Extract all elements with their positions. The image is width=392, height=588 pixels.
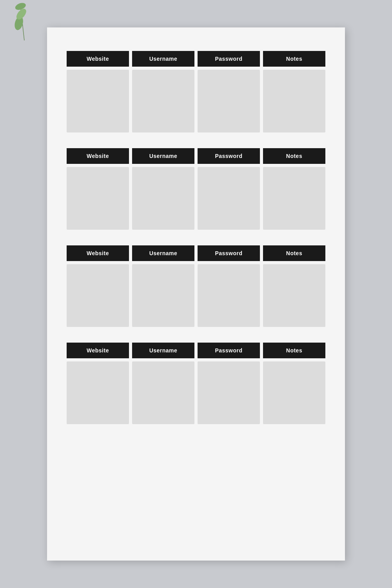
password-table-3: Website Username Password Notes	[67, 245, 325, 327]
table-3-header: Website Username Password Notes	[67, 245, 325, 261]
table-2-col-website: Website	[67, 148, 129, 164]
table-4-body	[67, 361, 325, 424]
table-2-col-password: Password	[198, 148, 260, 164]
table-4-notes-cell[interactable]	[263, 361, 325, 424]
paper: Website Username Password Notes Website …	[47, 27, 345, 561]
table-3-notes-cell[interactable]	[263, 264, 325, 327]
table-4-header: Website Username Password Notes	[67, 343, 325, 358]
table-1-col-password: Password	[198, 51, 260, 67]
table-1-header: Website Username Password Notes	[67, 51, 325, 67]
leaf-decoration	[0, 0, 47, 47]
table-3-website-cell[interactable]	[67, 264, 129, 327]
password-table-4: Website Username Password Notes	[67, 343, 325, 424]
table-3-col-password: Password	[198, 245, 260, 261]
table-1-website-cell[interactable]	[67, 70, 129, 132]
table-1-password-cell[interactable]	[198, 70, 260, 132]
table-4-website-cell[interactable]	[67, 361, 129, 424]
table-1-body	[67, 70, 325, 132]
table-2-col-notes: Notes	[263, 148, 325, 164]
table-4-username-cell[interactable]	[132, 361, 194, 424]
table-3-col-username: Username	[132, 245, 194, 261]
table-4-col-password: Password	[198, 343, 260, 358]
table-3-username-cell[interactable]	[132, 264, 194, 327]
table-3-col-website: Website	[67, 245, 129, 261]
table-3-password-cell[interactable]	[198, 264, 260, 327]
table-4-col-notes: Notes	[263, 343, 325, 358]
table-2-col-username: Username	[132, 148, 194, 164]
table-2-website-cell[interactable]	[67, 167, 129, 230]
table-2-notes-cell[interactable]	[263, 167, 325, 230]
table-2-password-cell[interactable]	[198, 167, 260, 230]
table-3-col-notes: Notes	[263, 245, 325, 261]
table-3-body	[67, 264, 325, 327]
table-1-col-notes: Notes	[263, 51, 325, 67]
table-4-col-website: Website	[67, 343, 129, 358]
table-1-notes-cell[interactable]	[263, 70, 325, 132]
table-2-username-cell[interactable]	[132, 167, 194, 230]
table-2-body	[67, 167, 325, 230]
password-table-1: Website Username Password Notes	[67, 51, 325, 132]
table-4-col-username: Username	[132, 343, 194, 358]
table-4-password-cell[interactable]	[198, 361, 260, 424]
table-1-col-website: Website	[67, 51, 129, 67]
table-1-username-cell[interactable]	[132, 70, 194, 132]
table-2-header: Website Username Password Notes	[67, 148, 325, 164]
password-table-2: Website Username Password Notes	[67, 148, 325, 230]
table-1-col-username: Username	[132, 51, 194, 67]
